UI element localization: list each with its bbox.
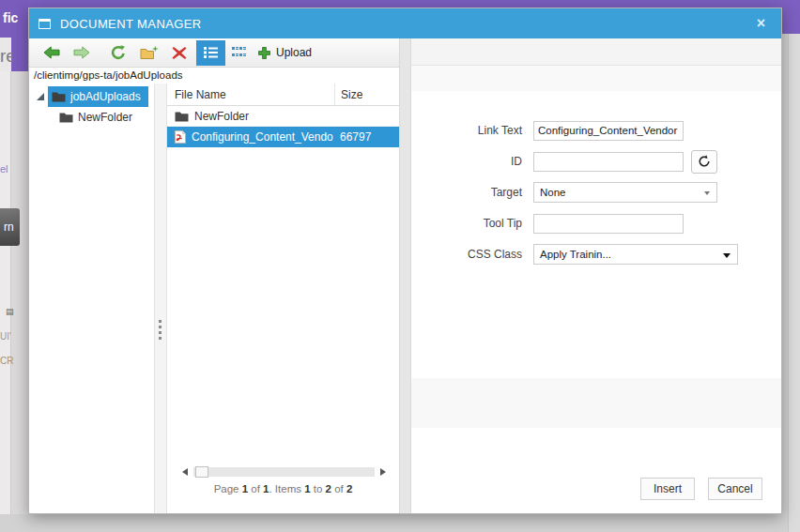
table-row-selected[interactable]: Configuring_Content_Vendo 66797 <box>167 127 399 147</box>
target-label: Target <box>411 186 522 199</box>
forward-button[interactable] <box>67 40 97 66</box>
grid-view-icon <box>232 47 246 58</box>
cancel-button[interactable]: Cancel <box>708 478 762 500</box>
insert-button[interactable]: Insert <box>640 478 695 500</box>
close-icon[interactable]: × <box>757 16 765 31</box>
delete-icon <box>172 46 187 60</box>
tooltip-field[interactable] <box>533 214 684 234</box>
page-left-strip <box>0 71 28 514</box>
chevron-down-icon <box>723 253 731 258</box>
forward-icon <box>73 46 90 59</box>
page-text-fragment-cri: CRI <box>0 356 13 366</box>
target-value: None <box>540 187 566 198</box>
chevron-down-icon <box>704 191 710 195</box>
refresh-icon <box>109 45 127 60</box>
grid-view-button[interactable] <box>225 40 253 66</box>
form-row-css-class: CSS Class Apply Trainin... <box>411 244 781 265</box>
properties-header-band <box>411 38 781 66</box>
scroll-left-icon[interactable] <box>182 468 188 476</box>
link-properties-pane: Link Text ID Target None <box>411 38 781 513</box>
scrollbar-thumb[interactable] <box>195 466 208 478</box>
form-row-target: Target None <box>411 182 781 203</box>
properties-subheader-band <box>411 66 781 91</box>
tree-node-newfolder[interactable]: NewFolder <box>29 107 154 128</box>
file-grid: File Name Size NewFolder Configuring_Con… <box>167 84 399 513</box>
window-icon <box>38 19 51 29</box>
page-button-fragment: rn <box>0 208 20 246</box>
tree-node-label: NewFolder <box>78 111 132 124</box>
file-browser-pane: Upload /clientimg/gps-ta/jobAdUploads jo… <box>29 38 399 513</box>
tree-node-selected[interactable]: jobAdUploads <box>48 86 148 107</box>
document-manager-dialog: DOCUMENT MANAGER × <box>28 8 782 514</box>
column-header-size[interactable]: Size <box>334 84 399 105</box>
css-class-label: CSS Class <box>411 248 522 261</box>
tooltip-label: Tool Tip <box>411 217 522 230</box>
dialog-footer: Insert Cancel <box>640 478 762 500</box>
link-text-label: Link Text <box>411 124 522 137</box>
form-row-tooltip: Tool Tip <box>411 213 781 234</box>
tree-splitter[interactable] <box>154 84 167 513</box>
list-view-button[interactable] <box>196 40 225 66</box>
id-label: ID <box>411 155 522 168</box>
folder-icon <box>175 111 189 122</box>
pager-status: Page 1 of 1. Items 1 to 2 of 2 <box>167 483 399 494</box>
file-name: Configuring_Content_Vendo <box>192 130 333 144</box>
splitter-grip[interactable] <box>159 320 162 342</box>
form-row-id: ID <box>411 151 781 172</box>
page-scrollbar <box>788 34 800 532</box>
dialog-title: DOCUMENT MANAGER <box>60 17 202 31</box>
preview-band <box>411 378 781 428</box>
folder-tree: jobAdUploads NewFolder <box>29 84 154 513</box>
table-row[interactable]: NewFolder <box>167 106 399 127</box>
page-heading-fragment: re <box>0 46 13 67</box>
pane-splitter[interactable] <box>399 38 411 513</box>
tree-node-label: jobAdUploads <box>70 90 141 103</box>
dialog-titlebar[interactable]: DOCUMENT MANAGER × <box>29 8 781 38</box>
file-name: NewFolder <box>194 110 249 123</box>
toolbar: Upload <box>29 38 399 68</box>
rotate-icon <box>698 155 711 168</box>
list-view-icon <box>204 47 218 58</box>
folder-icon <box>52 91 66 102</box>
scrollbar-track[interactable] <box>193 467 375 477</box>
scroll-right-icon[interactable] <box>380 468 386 476</box>
upload-button[interactable]: Upload <box>258 46 312 59</box>
page-text-fragment-ui: UI' <box>0 331 13 342</box>
upload-icon <box>258 47 270 59</box>
back-button[interactable] <box>37 40 67 66</box>
pdf-file-icon <box>175 130 186 144</box>
page-doc-icon: ▤ <box>6 307 14 316</box>
generate-id-button[interactable] <box>691 150 717 174</box>
new-folder-icon <box>140 45 159 60</box>
form-row-link-text: Link Text <box>411 120 781 141</box>
folder-icon <box>59 112 73 123</box>
css-class-dropdown[interactable]: Apply Trainin... <box>533 244 738 265</box>
id-field[interactable] <box>533 152 684 172</box>
new-folder-button[interactable] <box>133 40 165 66</box>
file-size: 66797 <box>334 130 399 144</box>
target-dropdown[interactable]: None <box>533 182 717 203</box>
column-header-file-name[interactable]: File Name <box>167 88 334 101</box>
back-icon <box>43 46 60 59</box>
link-properties-form: Link Text ID Target None <box>411 120 781 275</box>
css-class-value: Apply Trainin... <box>540 249 611 260</box>
screen: fic re el rn ▤ UI' CRI DOCUMENT MANAGER … <box>0 0 800 532</box>
current-path: /clientimg/gps-ta/jobAdUploads <box>29 68 399 84</box>
grid-header: File Name Size <box>167 84 399 106</box>
link-text-field[interactable] <box>533 121 684 141</box>
refresh-button[interactable] <box>102 40 133 66</box>
page-header-text-fragment: fic <box>3 10 18 25</box>
upload-label: Upload <box>276 46 312 59</box>
page-link-fragment: el <box>0 163 12 175</box>
delete-button[interactable] <box>165 40 193 66</box>
pager-scrollbar <box>182 465 386 479</box>
expander-icon[interactable] <box>37 93 44 100</box>
tree-node-jobaduploads[interactable]: jobAdUploads <box>29 86 154 107</box>
